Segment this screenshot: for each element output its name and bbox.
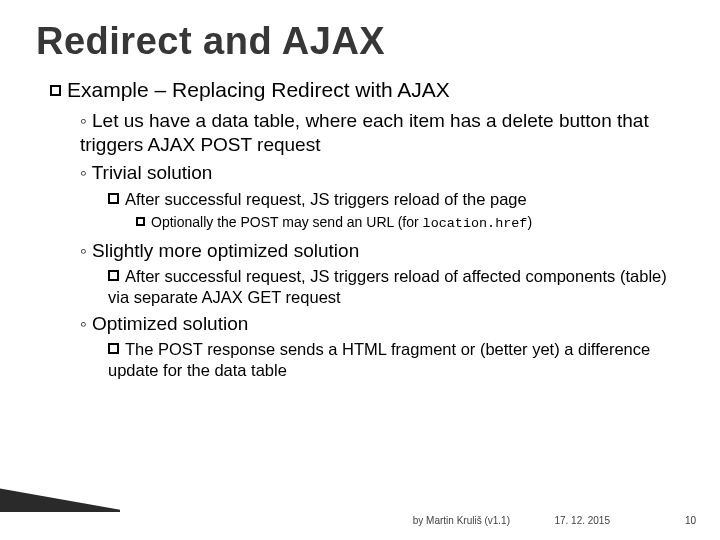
- bullet-item: Slightly more optimized solution: [80, 239, 684, 263]
- heading-rest: – Replacing Redirect with AJAX: [149, 78, 450, 101]
- footer-byline: by Martin Kruliš (v1.1): [413, 515, 510, 526]
- slide: Redirect and AJAX Example – Replacing Re…: [0, 0, 720, 540]
- subsub-text-pre: Optionally the POST may send an URL (for: [151, 214, 423, 230]
- slide-title: Redirect and AJAX: [36, 20, 684, 63]
- bullet-text: Let us have a data table, where each ite…: [80, 110, 649, 155]
- square-bullet-icon: [136, 217, 145, 226]
- heading-lead: Example: [67, 78, 149, 101]
- square-bullet-icon: [108, 343, 119, 354]
- bullet-text: Slightly more optimized solution: [92, 240, 359, 261]
- bullet-item: Optimized solution: [80, 312, 684, 336]
- bullet-item: Let us have a data table, where each ite…: [80, 109, 684, 157]
- corner-decoration: [0, 442, 120, 512]
- bullet-text: Optimized solution: [92, 313, 248, 334]
- sub-bullet-text: After successful request, JS triggers re…: [125, 190, 527, 208]
- square-bullet-icon: [50, 85, 61, 96]
- square-bullet-icon: [108, 270, 119, 281]
- square-bullet-icon: [108, 193, 119, 204]
- code-text: location.href: [423, 216, 528, 231]
- sub-bullet-text: The POST response sends a HTML fragment …: [108, 340, 650, 379]
- sub-bullet-text: After successful request, JS triggers re…: [108, 267, 667, 306]
- corner-dark-stripe: [0, 479, 120, 512]
- bullet-text: Trivial solution: [92, 162, 213, 183]
- footer-date: 17. 12. 2015: [554, 515, 610, 526]
- subsub-text-post: ): [527, 214, 532, 230]
- heading-line: Example – Replacing Redirect with AJAX: [50, 77, 684, 103]
- sub-bullet-item: The POST response sends a HTML fragment …: [108, 339, 684, 380]
- footer-pagenum: 10: [685, 515, 696, 526]
- sub-bullet-item: After successful request, JS triggers re…: [108, 266, 684, 307]
- subsub-bullet-item: Optionally the POST may send an URL (for…: [136, 213, 684, 232]
- bullet-item: Trivial solution: [80, 161, 684, 185]
- sub-bullet-item: After successful request, JS triggers re…: [108, 189, 684, 210]
